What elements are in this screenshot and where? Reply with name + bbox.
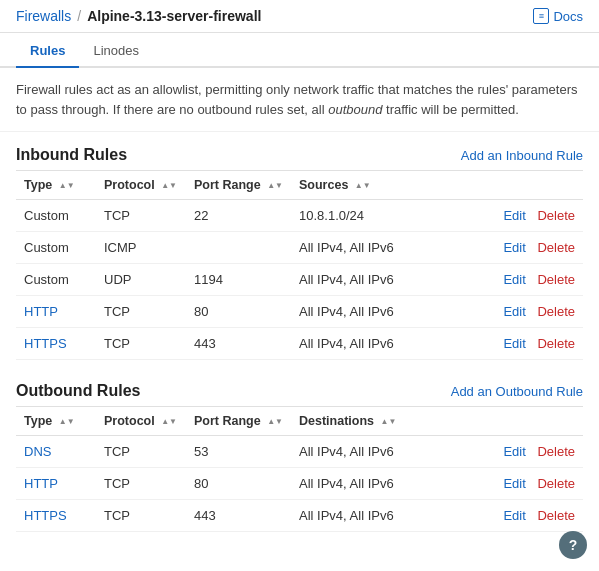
inbound-row-type: HTTPS	[16, 328, 96, 360]
inbound-edit-button[interactable]: Edit	[503, 208, 525, 223]
add-outbound-rule-button[interactable]: Add an Outbound Rule	[451, 384, 583, 399]
inbound-col-actions	[471, 171, 583, 200]
inbound-delete-button[interactable]: Delete	[537, 304, 575, 319]
inbound-type-link[interactable]: HTTP	[24, 304, 58, 319]
outbound-edit-button[interactable]: Edit	[503, 476, 525, 491]
outbound-type-link[interactable]: HTTPS	[24, 508, 67, 523]
inbound-row-actions: Edit Delete	[471, 232, 583, 264]
inbound-row-sources: All IPv4, All IPv6	[291, 328, 471, 360]
inbound-row-portrange	[186, 232, 291, 264]
outbound-col-type: Type ▲▼	[16, 407, 96, 436]
outbound-row-protocol: TCP	[96, 436, 186, 468]
page-header: Firewalls / Alpine-3.13-server-firewall …	[0, 0, 599, 33]
outbound-col-protocol: Protocol ▲▼	[96, 407, 186, 436]
outbound-row-destinations: All IPv4, All IPv6	[291, 500, 471, 532]
outbound-type-link[interactable]: DNS	[24, 444, 51, 459]
inbound-row-actions: Edit Delete	[471, 328, 583, 360]
outbound-col-portrange: Port Range ▲▼	[186, 407, 291, 436]
outbound-delete-button[interactable]: Delete	[537, 476, 575, 491]
outbound-row-portrange: 53	[186, 436, 291, 468]
outbound-section-header: Outbound Rules Add an Outbound Rule	[16, 368, 583, 406]
add-inbound-rule-button[interactable]: Add an Inbound Rule	[461, 148, 583, 163]
inbound-delete-button[interactable]: Delete	[537, 240, 575, 255]
outbound-row-destinations: All IPv4, All IPv6	[291, 468, 471, 500]
inbound-edit-button[interactable]: Edit	[503, 336, 525, 351]
outbound-title: Outbound Rules	[16, 382, 140, 400]
inbound-row-protocol: TCP	[96, 328, 186, 360]
inbound-row-type: Custom	[16, 232, 96, 264]
outbound-delete-button[interactable]: Delete	[537, 508, 575, 523]
breadcrumb-parent[interactable]: Firewalls	[16, 8, 71, 24]
out-protocol-sort-icon: ▲▼	[161, 418, 177, 426]
inbound-row-protocol: UDP	[96, 264, 186, 296]
inbound-table-row: HTTP TCP 80 All IPv4, All IPv6 Edit Dele…	[16, 296, 583, 328]
outbound-row-type: DNS	[16, 436, 96, 468]
breadcrumb-separator: /	[77, 8, 81, 24]
inbound-row-type: Custom	[16, 200, 96, 232]
inbound-table-row: Custom TCP 22 10.8.1.0/24 Edit Delete	[16, 200, 583, 232]
outbound-row-actions: Edit Delete	[471, 436, 583, 468]
outbound-table-row: DNS TCP 53 All IPv4, All IPv6 Edit Delet…	[16, 436, 583, 468]
inbound-table-row: HTTPS TCP 443 All IPv4, All IPv6 Edit De…	[16, 328, 583, 360]
inbound-title: Inbound Rules	[16, 146, 127, 164]
outbound-row-destinations: All IPv4, All IPv6	[291, 436, 471, 468]
type-sort-icon: ▲▼	[59, 182, 75, 190]
outbound-table: Type ▲▼ Protocol ▲▼ Port Range ▲▼ Destin…	[16, 406, 583, 532]
inbound-edit-button[interactable]: Edit	[503, 240, 525, 255]
outbound-row-protocol: TCP	[96, 468, 186, 500]
inbound-table-row: Custom ICMP All IPv4, All IPv6 Edit Dele…	[16, 232, 583, 264]
docs-link[interactable]: ≡ Docs	[533, 8, 583, 24]
inbound-delete-button[interactable]: Delete	[537, 208, 575, 223]
outbound-edit-button[interactable]: Edit	[503, 508, 525, 523]
inbound-row-sources: All IPv4, All IPv6	[291, 264, 471, 296]
inbound-section: Inbound Rules Add an Inbound Rule Type ▲…	[0, 132, 599, 360]
inbound-edit-button[interactable]: Edit	[503, 304, 525, 319]
inbound-row-portrange: 22	[186, 200, 291, 232]
outbound-row-portrange: 80	[186, 468, 291, 500]
page-description: Firewall rules act as an allowlist, perm…	[0, 68, 599, 132]
description-text3: traffic will be permitted.	[382, 102, 518, 117]
inbound-row-type: HTTP	[16, 296, 96, 328]
portrange-sort-icon: ▲▼	[267, 182, 283, 190]
outbound-table-row: HTTP TCP 80 All IPv4, All IPv6 Edit Dele…	[16, 468, 583, 500]
inbound-delete-button[interactable]: Delete	[537, 272, 575, 287]
inbound-edit-button[interactable]: Edit	[503, 272, 525, 287]
inbound-section-header: Inbound Rules Add an Inbound Rule	[16, 132, 583, 170]
inbound-row-actions: Edit Delete	[471, 200, 583, 232]
docs-icon: ≡	[533, 8, 549, 24]
destinations-sort-icon: ▲▼	[381, 418, 397, 426]
outbound-section: Outbound Rules Add an Outbound Rule Type…	[0, 368, 599, 532]
inbound-row-protocol: TCP	[96, 200, 186, 232]
inbound-row-actions: Edit Delete	[471, 264, 583, 296]
out-portrange-sort-icon: ▲▼	[267, 418, 283, 426]
inbound-row-portrange: 1194	[186, 264, 291, 296]
outbound-row-actions: Edit Delete	[471, 468, 583, 500]
inbound-row-sources: 10.8.1.0/24	[291, 200, 471, 232]
inbound-row-type: Custom	[16, 264, 96, 296]
breadcrumb: Firewalls / Alpine-3.13-server-firewall	[16, 8, 261, 24]
outbound-row-portrange: 443	[186, 500, 291, 532]
inbound-row-sources: All IPv4, All IPv6	[291, 296, 471, 328]
inbound-row-sources: All IPv4, All IPv6	[291, 232, 471, 264]
tab-rules[interactable]: Rules	[16, 33, 79, 68]
inbound-delete-button[interactable]: Delete	[537, 336, 575, 351]
inbound-col-protocol: Protocol ▲▼	[96, 171, 186, 200]
inbound-table-row: Custom UDP 1194 All IPv4, All IPv6 Edit …	[16, 264, 583, 296]
outbound-row-protocol: TCP	[96, 500, 186, 532]
inbound-row-portrange: 80	[186, 296, 291, 328]
outbound-col-actions	[471, 407, 583, 436]
inbound-table: Type ▲▼ Protocol ▲▼ Port Range ▲▼ Source…	[16, 170, 583, 360]
sources-sort-icon: ▲▼	[355, 182, 371, 190]
outbound-table-row: HTTPS TCP 443 All IPv4, All IPv6 Edit De…	[16, 500, 583, 532]
outbound-type-link[interactable]: HTTP	[24, 476, 58, 491]
inbound-col-type: Type ▲▼	[16, 171, 96, 200]
inbound-type-link[interactable]: HTTPS	[24, 336, 67, 351]
outbound-delete-button[interactable]: Delete	[537, 444, 575, 459]
tab-linodes[interactable]: Linodes	[79, 33, 153, 68]
protocol-sort-icon: ▲▼	[161, 182, 177, 190]
outbound-row-type: HTTPS	[16, 500, 96, 532]
inbound-row-protocol: ICMP	[96, 232, 186, 264]
inbound-col-sources: Sources ▲▼	[291, 171, 471, 200]
outbound-edit-button[interactable]: Edit	[503, 444, 525, 459]
out-type-sort-icon: ▲▼	[59, 418, 75, 426]
